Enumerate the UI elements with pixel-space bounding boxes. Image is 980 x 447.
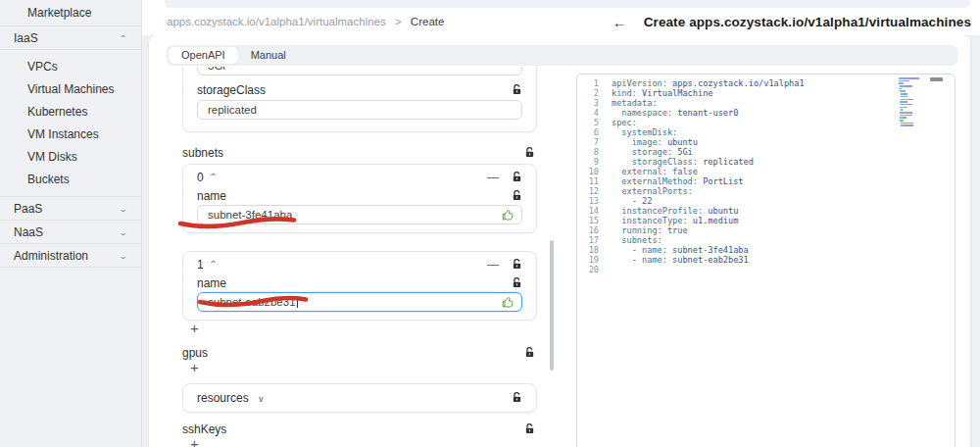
tab-openapi[interactable]: OpenAPI xyxy=(169,47,238,64)
code-line-11[interactable]: 11 externalMethod: PortList xyxy=(577,176,955,186)
line-number: 18 xyxy=(577,245,599,255)
code-line-19[interactable]: 19 - name: subnet-eab2be31 xyxy=(577,255,955,265)
lock-icon[interactable] xyxy=(524,423,535,435)
code-line-8[interactable]: 8 storage: 5Gi xyxy=(577,147,955,157)
storageclass-label: storageClass xyxy=(197,83,266,97)
yaml-editor[interactable]: 1apiVersion: apps.cozystack.io/v1alpha12… xyxy=(576,74,956,447)
code-text: subnets: xyxy=(612,235,662,245)
code-line-17[interactable]: 17 subnets: xyxy=(577,235,955,245)
chevron-up-icon[interactable]: ⌃ xyxy=(209,260,218,269)
sidebar-item-vpcs[interactable]: VPCs xyxy=(0,55,141,77)
sidebar-item-buckets[interactable]: Buckets xyxy=(0,168,141,190)
remove-item-button[interactable]: — xyxy=(487,260,499,270)
code-text: spec: xyxy=(612,118,637,127)
subnet-item-index[interactable]: 1 xyxy=(197,258,204,272)
sidebar-item-paas[interactable]: PaaS⌄ xyxy=(0,197,141,221)
chevron-up-icon[interactable]: ⌃ xyxy=(209,173,218,181)
sidebar-item-administration[interactable]: Administration⌄ xyxy=(0,244,141,268)
line-number: 12 xyxy=(577,186,599,196)
form-column: 5Gi storageClass replicated subnets xyxy=(167,67,561,447)
line-number: 13 xyxy=(577,196,599,206)
sidebar-item-kubernetes[interactable]: Kubernetes xyxy=(0,100,141,123)
code-line-20[interactable]: 20 xyxy=(577,265,955,274)
form-scrollbar[interactable] xyxy=(550,240,554,371)
resources-label: resources xyxy=(197,391,249,405)
chevron-down-icon: ⌄ xyxy=(120,204,128,213)
code-line-12[interactable]: 12 externalPorts: xyxy=(577,186,955,196)
code-line-15[interactable]: 15 instanceType: u1.medium xyxy=(577,216,955,225)
tabstrip: OpenAPIManual xyxy=(167,45,957,66)
sidebar-item-vm-instances[interactable]: VM Instances xyxy=(0,123,141,145)
line-number: 3 xyxy=(577,98,599,108)
subnet-name-input-1[interactable]: subnet-eab2be31 xyxy=(197,292,522,312)
sidebar-item-label: VM Instances xyxy=(27,127,99,141)
code-line-6[interactable]: 6 systemDisk: xyxy=(577,127,955,137)
subnets-label: subnets xyxy=(182,146,223,160)
storage-input[interactable]: 5Gi xyxy=(197,67,522,75)
line-number: 10 xyxy=(577,167,599,176)
code-text: kind: VirtualMachine xyxy=(612,88,712,98)
name-label: name xyxy=(197,276,226,290)
code-text: - 22 xyxy=(612,196,652,206)
sshkeys-label: sshKeys xyxy=(182,422,226,436)
sidebar-item-naas[interactable]: NaaS⌄ xyxy=(0,221,141,244)
name-label-row: name xyxy=(197,276,522,290)
subnet-item-index[interactable]: 0 xyxy=(197,171,204,184)
resources-collapse[interactable]: resources ∨ xyxy=(182,383,537,413)
editor-scrollbar-thumb[interactable] xyxy=(930,77,943,81)
code-text: storageClass: replicated xyxy=(612,157,754,167)
line-number: 7 xyxy=(577,137,599,147)
remove-item-button[interactable]: — xyxy=(487,173,499,182)
sidebar-item-iaas[interactable]: IaaS⌃ xyxy=(0,26,141,50)
sidebar-item-marketplace[interactable]: Marketplace xyxy=(0,0,141,26)
lock-icon[interactable] xyxy=(512,392,522,404)
sidebar-item-virtual-machines[interactable]: Virtual Machines xyxy=(0,77,141,100)
sidebar-item-label: NaaS xyxy=(14,225,43,239)
minimap-line xyxy=(899,77,928,79)
code-line-14[interactable]: 14 instanceProfile: ubuntu xyxy=(577,206,955,216)
sidebar-item-vm-disks[interactable]: VM Disks xyxy=(0,145,141,168)
subnet-item-card-1: 1⌃—namesubnet-eab2be31 xyxy=(182,251,537,321)
sidebar-item-label: VPCs xyxy=(27,60,58,74)
resources-title: resources ∨ xyxy=(197,391,265,405)
subnet-name-input-0[interactable]: subnet-3fe41aba xyxy=(197,205,522,224)
lock-icon[interactable] xyxy=(512,190,522,202)
sidebar: MarketplaceIaaS⌃VPCsVirtual MachinesKube… xyxy=(0,0,142,447)
text-caret xyxy=(297,297,298,308)
minimap-line xyxy=(899,93,928,95)
editor-minimap[interactable] xyxy=(899,77,928,127)
tab-manual[interactable]: Manual xyxy=(238,47,299,64)
thumbs-up-icon[interactable] xyxy=(502,296,514,312)
lock-icon[interactable] xyxy=(512,259,522,271)
code-line-9[interactable]: 9 storageClass: replicated xyxy=(577,157,955,167)
code-line-7[interactable]: 7 image: ubuntu xyxy=(577,137,955,147)
gpus-add-button[interactable]: + xyxy=(190,360,206,375)
code-text: apiVersion: apps.cozystack.io/v1alpha1 xyxy=(612,78,805,88)
subnets-add-button[interactable]: + xyxy=(190,321,206,336)
code-line-16[interactable]: 16 running: true xyxy=(577,225,955,235)
lock-icon[interactable] xyxy=(524,347,535,359)
line-number: 19 xyxy=(577,255,599,265)
lock-icon[interactable] xyxy=(512,277,522,289)
line-number: 17 xyxy=(577,235,599,245)
main-area: apps.cozystack.io/v1alpha1/virtualmachin… xyxy=(142,0,980,447)
thumbs-up-icon[interactable] xyxy=(502,209,514,224)
back-arrow-icon[interactable]: ← xyxy=(612,14,627,30)
lock-icon[interactable] xyxy=(512,84,522,96)
minimap-line xyxy=(899,124,928,126)
minimap-line xyxy=(899,107,928,109)
breadcrumb-separator: > xyxy=(395,16,402,27)
lock-icon[interactable] xyxy=(524,147,535,159)
minimap-line xyxy=(899,99,928,101)
code-line-13[interactable]: 13 - 22 xyxy=(577,196,955,206)
code-line-10[interactable]: 10 external: false xyxy=(577,167,955,176)
lock-icon[interactable] xyxy=(512,172,522,183)
breadcrumb-path[interactable]: apps.cozystack.io/v1alpha1/virtualmachin… xyxy=(167,16,386,27)
code-text: storage: 5Gi xyxy=(612,147,693,157)
sshkeys-add-button[interactable]: + xyxy=(190,436,206,447)
name-label-row: name xyxy=(197,189,522,203)
code-line-18[interactable]: 18 - name: subnet-3fe41aba xyxy=(577,245,955,255)
storageclass-input[interactable]: replicated xyxy=(197,100,522,120)
title-wrap: ← Create apps.cozystack.io/v1alpha1/virt… xyxy=(612,14,980,30)
line-number: 16 xyxy=(577,225,599,235)
